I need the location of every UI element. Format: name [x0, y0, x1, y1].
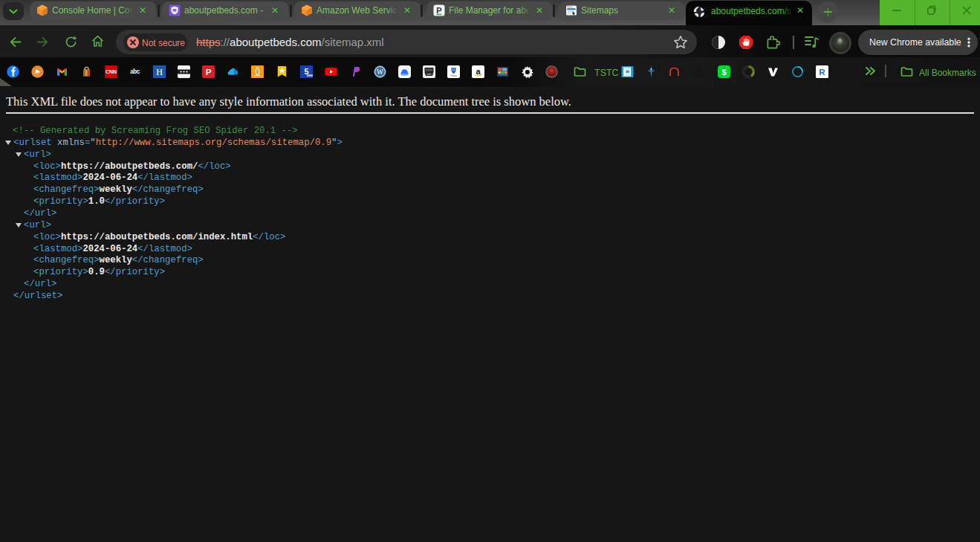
svg-text:abc: abc [130, 68, 140, 75]
svg-text:NEWS: NEWS [307, 74, 313, 77]
svg-text:Texas: Texas [450, 74, 457, 77]
svg-text:$: $ [721, 68, 726, 77]
svg-text:P: P [436, 6, 441, 15]
svg-text:P: P [206, 68, 212, 77]
svg-text:W: W [377, 68, 383, 76]
svg-text:R: R [819, 68, 825, 77]
svg-text:H: H [156, 67, 163, 77]
svg-text:a: a [476, 67, 481, 76]
svg-text:CNN: CNN [106, 69, 117, 74]
